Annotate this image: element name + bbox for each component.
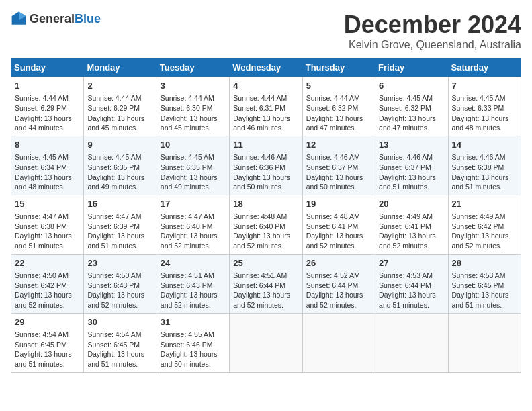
day-content: Sunrise: 4:50 AMSunset: 6:42 PMDaylight:… bbox=[15, 271, 80, 310]
logo-text-blue: Blue bbox=[75, 12, 101, 26]
day-content: Sunrise: 4:45 AMSunset: 6:32 PMDaylight:… bbox=[379, 93, 444, 133]
calendar-cell: 21Sunrise: 4:49 AMSunset: 6:42 PMDayligh… bbox=[448, 195, 521, 254]
calendar-cell: 8Sunrise: 4:45 AMSunset: 6:34 PMDaylight… bbox=[11, 136, 84, 195]
week-row-2: 8Sunrise: 4:45 AMSunset: 6:34 PMDaylight… bbox=[11, 136, 521, 195]
day-content: Sunrise: 4:47 AMSunset: 6:38 PMDaylight:… bbox=[15, 212, 80, 251]
day-number: 24 bbox=[161, 257, 226, 269]
column-header-sunday: Sunday bbox=[11, 58, 84, 77]
day-number: 30 bbox=[87, 316, 152, 328]
calendar-cell: 20Sunrise: 4:49 AMSunset: 6:41 PMDayligh… bbox=[375, 195, 448, 254]
day-number: 8 bbox=[15, 139, 80, 151]
day-content: Sunrise: 4:44 AMSunset: 6:30 PMDaylight:… bbox=[161, 93, 226, 133]
day-content: Sunrise: 4:45 AMSunset: 6:35 PMDaylight:… bbox=[87, 152, 152, 192]
day-content: Sunrise: 4:44 AMSunset: 6:29 PMDaylight:… bbox=[15, 93, 80, 133]
day-number: 28 bbox=[452, 257, 517, 269]
calendar-cell: 15Sunrise: 4:47 AMSunset: 6:38 PMDayligh… bbox=[11, 195, 84, 254]
day-number: 25 bbox=[233, 257, 298, 269]
day-number: 27 bbox=[379, 257, 444, 269]
day-content: Sunrise: 4:51 AMSunset: 6:43 PMDaylight:… bbox=[161, 271, 226, 310]
calendar-cell: 3Sunrise: 4:44 AMSunset: 6:30 PMDaylight… bbox=[157, 77, 229, 136]
day-content: Sunrise: 4:54 AMSunset: 6:45 PMDaylight:… bbox=[87, 330, 152, 369]
day-number: 29 bbox=[15, 316, 80, 328]
calendar-cell bbox=[302, 313, 375, 372]
day-number: 19 bbox=[306, 198, 371, 210]
day-content: Sunrise: 4:55 AMSunset: 6:46 PMDaylight:… bbox=[161, 330, 226, 369]
day-content: Sunrise: 4:46 AMSunset: 6:37 PMDaylight:… bbox=[306, 152, 371, 192]
logo-icon bbox=[11, 11, 27, 27]
calendar-cell: 2Sunrise: 4:44 AMSunset: 6:29 PMDaylight… bbox=[84, 77, 157, 136]
day-content: Sunrise: 4:47 AMSunset: 6:39 PMDaylight:… bbox=[87, 212, 152, 251]
column-header-friday: Friday bbox=[375, 58, 448, 77]
calendar-cell: 10Sunrise: 4:45 AMSunset: 6:35 PMDayligh… bbox=[157, 136, 229, 195]
day-content: Sunrise: 4:45 AMSunset: 6:34 PMDaylight:… bbox=[15, 152, 80, 192]
column-header-monday: Monday bbox=[84, 58, 157, 77]
day-number: 18 bbox=[233, 198, 298, 210]
calendar-cell: 29Sunrise: 4:54 AMSunset: 6:45 PMDayligh… bbox=[11, 313, 84, 372]
days-header-row: SundayMondayTuesdayWednesdayThursdayFrid… bbox=[11, 58, 521, 77]
month-title: December 2024 bbox=[344, 11, 521, 39]
day-number: 7 bbox=[452, 80, 517, 92]
day-content: Sunrise: 4:50 AMSunset: 6:43 PMDaylight:… bbox=[87, 271, 152, 310]
calendar-cell: 14Sunrise: 4:46 AMSunset: 6:38 PMDayligh… bbox=[448, 136, 521, 195]
day-number: 3 bbox=[161, 80, 226, 92]
calendar-cell: 11Sunrise: 4:46 AMSunset: 6:36 PMDayligh… bbox=[230, 136, 302, 195]
day-number: 11 bbox=[233, 139, 298, 151]
calendar-cell: 30Sunrise: 4:54 AMSunset: 6:45 PMDayligh… bbox=[84, 313, 157, 372]
day-content: Sunrise: 4:49 AMSunset: 6:42 PMDaylight:… bbox=[452, 212, 517, 251]
day-number: 16 bbox=[87, 198, 152, 210]
calendar-cell bbox=[230, 313, 302, 372]
day-number: 12 bbox=[306, 139, 371, 151]
calendar-cell: 28Sunrise: 4:53 AMSunset: 6:45 PMDayligh… bbox=[448, 254, 521, 313]
day-number: 6 bbox=[379, 80, 444, 92]
day-number: 2 bbox=[87, 80, 152, 92]
column-header-saturday: Saturday bbox=[448, 58, 521, 77]
day-content: Sunrise: 4:44 AMSunset: 6:31 PMDaylight:… bbox=[233, 93, 298, 133]
column-header-wednesday: Wednesday bbox=[230, 58, 302, 77]
day-number: 20 bbox=[379, 198, 444, 210]
column-header-tuesday: Tuesday bbox=[157, 58, 229, 77]
day-number: 31 bbox=[161, 316, 226, 328]
calendar-cell: 1Sunrise: 4:44 AMSunset: 6:29 PMDaylight… bbox=[11, 77, 84, 136]
day-content: Sunrise: 4:52 AMSunset: 6:44 PMDaylight:… bbox=[306, 271, 371, 310]
calendar-cell: 12Sunrise: 4:46 AMSunset: 6:37 PMDayligh… bbox=[302, 136, 375, 195]
title-area: December 2024 Kelvin Grove, Queensland, … bbox=[344, 11, 521, 51]
calendar-cell: 23Sunrise: 4:50 AMSunset: 6:43 PMDayligh… bbox=[84, 254, 157, 313]
day-content: Sunrise: 4:45 AMSunset: 6:33 PMDaylight:… bbox=[452, 93, 517, 133]
calendar-cell: 27Sunrise: 4:53 AMSunset: 6:44 PMDayligh… bbox=[375, 254, 448, 313]
day-content: Sunrise: 4:51 AMSunset: 6:44 PMDaylight:… bbox=[233, 271, 298, 310]
day-number: 22 bbox=[15, 257, 80, 269]
calendar-cell: 18Sunrise: 4:48 AMSunset: 6:40 PMDayligh… bbox=[230, 195, 302, 254]
day-number: 9 bbox=[87, 139, 152, 151]
day-number: 5 bbox=[306, 80, 371, 92]
day-content: Sunrise: 4:46 AMSunset: 6:37 PMDaylight:… bbox=[379, 152, 444, 192]
day-number: 1 bbox=[15, 80, 80, 92]
calendar-cell: 25Sunrise: 4:51 AMSunset: 6:44 PMDayligh… bbox=[230, 254, 302, 313]
day-content: Sunrise: 4:54 AMSunset: 6:45 PMDaylight:… bbox=[15, 330, 80, 369]
calendar-cell: 26Sunrise: 4:52 AMSunset: 6:44 PMDayligh… bbox=[302, 254, 375, 313]
calendar-table: SundayMondayTuesdayWednesdayThursdayFrid… bbox=[11, 58, 521, 373]
calendar-cell: 13Sunrise: 4:46 AMSunset: 6:37 PMDayligh… bbox=[375, 136, 448, 195]
week-row-3: 15Sunrise: 4:47 AMSunset: 6:38 PMDayligh… bbox=[11, 195, 521, 254]
calendar-cell: 6Sunrise: 4:45 AMSunset: 6:32 PMDaylight… bbox=[375, 77, 448, 136]
page-header: GeneralBlue December 2024 Kelvin Grove, … bbox=[11, 11, 521, 51]
calendar-cell bbox=[375, 313, 448, 372]
week-row-1: 1Sunrise: 4:44 AMSunset: 6:29 PMDaylight… bbox=[11, 77, 521, 136]
logo: GeneralBlue bbox=[11, 11, 101, 27]
calendar-cell bbox=[448, 313, 521, 372]
calendar-cell: 17Sunrise: 4:47 AMSunset: 6:40 PMDayligh… bbox=[157, 195, 229, 254]
day-content: Sunrise: 4:53 AMSunset: 6:45 PMDaylight:… bbox=[452, 271, 517, 310]
calendar-cell: 24Sunrise: 4:51 AMSunset: 6:43 PMDayligh… bbox=[157, 254, 229, 313]
day-number: 26 bbox=[306, 257, 371, 269]
calendar-cell: 9Sunrise: 4:45 AMSunset: 6:35 PMDaylight… bbox=[84, 136, 157, 195]
day-number: 10 bbox=[161, 139, 226, 151]
week-row-5: 29Sunrise: 4:54 AMSunset: 6:45 PMDayligh… bbox=[11, 313, 521, 372]
calendar-cell: 16Sunrise: 4:47 AMSunset: 6:39 PMDayligh… bbox=[84, 195, 157, 254]
calendar-cell: 7Sunrise: 4:45 AMSunset: 6:33 PMDaylight… bbox=[448, 77, 521, 136]
day-content: Sunrise: 4:48 AMSunset: 6:40 PMDaylight:… bbox=[233, 212, 298, 251]
day-number: 23 bbox=[87, 257, 152, 269]
day-content: Sunrise: 4:46 AMSunset: 6:36 PMDaylight:… bbox=[233, 152, 298, 192]
location-title: Kelvin Grove, Queensland, Australia bbox=[344, 39, 521, 51]
day-content: Sunrise: 4:44 AMSunset: 6:32 PMDaylight:… bbox=[306, 93, 371, 133]
day-content: Sunrise: 4:46 AMSunset: 6:38 PMDaylight:… bbox=[452, 152, 517, 192]
day-number: 17 bbox=[161, 198, 226, 210]
